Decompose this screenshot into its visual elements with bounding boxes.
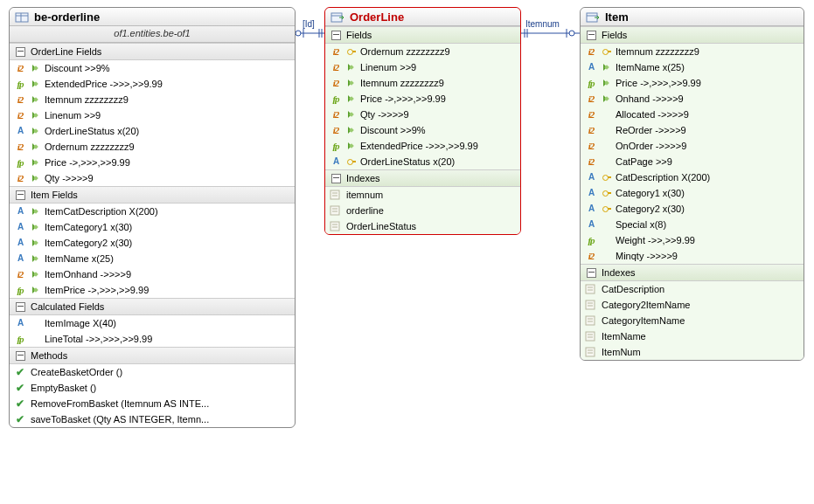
field-row[interactable]: i2Onhand ->>>>9	[581, 91, 804, 107]
method-row[interactable]: ✔saveToBasket (Qty AS INTEGER, Itemn...	[10, 411, 295, 427]
field-row[interactable]: ACategory2 x(30)	[581, 201, 804, 217]
field-row[interactable]: i2Discount >>9%	[10, 60, 295, 76]
item-format: ->>>>9	[656, 141, 686, 151]
index-row[interactable]: itemnum	[325, 187, 520, 203]
index-row[interactable]: CategoryItemName	[581, 313, 804, 328]
field-label: Ordernum zzzzzzzz9	[45, 140, 135, 154]
key-icon	[346, 155, 357, 168]
integer-type-icon: i2	[584, 124, 598, 136]
link-arrow-icon	[31, 62, 41, 74]
entity-titlebar[interactable]: be-orderline	[10, 8, 295, 26]
section-header[interactable]: OrderLine Fields	[10, 43, 295, 60]
field-row[interactable]: fpPrice ->,>>>,>>9.99	[581, 75, 804, 91]
field-row[interactable]: fpItemPrice ->,>>>,>>9.99	[10, 282, 295, 298]
field-label: Minqty ->>>>9	[616, 249, 678, 263]
index-icon	[584, 299, 598, 311]
item-name: ExtendedPrice	[45, 79, 108, 89]
collapse-toggle-icon[interactable]	[329, 29, 343, 41]
section-header-label: Item Fields	[31, 190, 78, 200]
field-label: OnOrder ->>>>9	[616, 139, 686, 153]
spacer-icon	[602, 124, 612, 136]
section-header[interactable]: Indexes	[581, 264, 804, 281]
field-row[interactable]: i2Ordernum zzzzzzzz9	[10, 139, 295, 155]
item-name: Discount	[360, 125, 398, 135]
field-row[interactable]: AItemCatDescription X(200)	[10, 204, 295, 219]
string-type-icon: A	[13, 317, 27, 329]
collapse-toggle-icon[interactable]	[13, 189, 27, 201]
link-arrow-icon	[31, 109, 41, 121]
field-row[interactable]: AItemCategory1 x(30)	[10, 219, 295, 235]
field-row[interactable]: i2Allocated ->>>>9	[581, 107, 804, 122]
method-check-icon: ✔	[13, 413, 27, 425]
field-row[interactable]: AOrderLineStatus x(20)	[10, 123, 295, 139]
field-row[interactable]: i2Itemnum zzzzzzzz9	[10, 92, 295, 107]
section-header[interactable]: Item Fields	[10, 186, 295, 204]
entity-orderline[interactable]: OrderLine Fieldsi2Ordernum zzzzzzzz9i2Li…	[324, 7, 521, 235]
field-row[interactable]: i2Discount >>9%	[325, 122, 520, 138]
index-row[interactable]: orderline	[325, 203, 520, 218]
field-row[interactable]: i2Linenum >>9	[10, 107, 295, 123]
field-row[interactable]: fpExtendedPrice ->>>,>>9.99	[10, 76, 295, 92]
section-header[interactable]: Fields	[581, 26, 804, 44]
section-header[interactable]: Fields	[325, 26, 520, 44]
index-row[interactable]: ItemNum	[581, 344, 804, 360]
field-row[interactable]: i2OnOrder ->>>>9	[581, 138, 804, 154]
collapse-toggle-icon[interactable]	[329, 172, 343, 184]
spacer-icon	[602, 155, 612, 168]
item-format: ()	[90, 383, 96, 393]
index-row[interactable]: CatDescription	[581, 281, 804, 297]
field-row[interactable]: i2Qty ->>>>9	[325, 107, 520, 122]
field-row[interactable]: fpWeight ->>,>>9.99	[581, 232, 804, 248]
field-row[interactable]: AItemName x(25)	[10, 251, 295, 266]
field-row[interactable]: ACategory1 x(30)	[581, 185, 804, 201]
method-row[interactable]: ✔EmptyBasket ()	[10, 380, 295, 396]
field-row[interactable]: i2Qty ->>>>9	[10, 170, 295, 186]
integer-type-icon: i2	[13, 62, 27, 74]
field-label: ItemImage X(40)	[45, 316, 116, 330]
field-row[interactable]: AItemImage X(40)	[10, 315, 295, 331]
string-type-icon: A	[584, 218, 598, 231]
collapse-toggle-icon[interactable]	[584, 29, 598, 41]
field-row[interactable]: AItemName x(25)	[581, 59, 804, 75]
index-row[interactable]: Category2ItemName	[581, 297, 804, 313]
collapse-toggle-icon[interactable]	[13, 349, 27, 362]
entity-be-orderline[interactable]: be-orderline of1.entities.be-of1 OrderLi…	[9, 7, 296, 428]
section-header[interactable]: Indexes	[325, 169, 520, 187]
field-row[interactable]: i2Ordernum zzzzzzzz9	[325, 44, 520, 59]
collapse-toggle-icon[interactable]	[13, 45, 27, 58]
field-row[interactable]: fpPrice ->,>>>,>>9.99	[325, 91, 520, 107]
link-arrow-icon	[31, 93, 41, 106]
collapse-toggle-icon[interactable]	[13, 300, 27, 313]
field-row[interactable]: i2ReOrder ->>>>9	[581, 122, 804, 138]
section-header[interactable]: Calculated Fields	[10, 298, 295, 315]
field-row[interactable]: ASpecial x(8)	[581, 217, 804, 232]
item-name: ItemName	[45, 253, 89, 264]
item-name: ReOrder	[616, 125, 652, 135]
entity-titlebar[interactable]: Item	[581, 8, 804, 26]
field-row[interactable]: i2Itemnum zzzzzzzz9	[325, 75, 520, 91]
field-row[interactable]: i2Linenum >>9	[325, 59, 520, 75]
method-row[interactable]: ✔CreateBasketOrder ()	[10, 364, 295, 380]
spacer-icon	[602, 234, 612, 246]
field-row[interactable]: i2CatPage >>9	[581, 154, 804, 169]
collapse-toggle-icon[interactable]	[584, 266, 598, 279]
field-row[interactable]: fpExtendedPrice ->>>,>>9.99	[325, 138, 520, 154]
method-row[interactable]: ✔RemoveFromBasket (Itemnum AS INTE...	[10, 396, 295, 411]
field-row[interactable]: ACatDescription X(200)	[581, 169, 804, 185]
field-row[interactable]: fpPrice ->,>>>,>>9.99	[10, 155, 295, 170]
entity-item[interactable]: Item Fieldsi2Itemnum zzzzzzzz9AItemName …	[580, 7, 804, 361]
field-row[interactable]: i2ItemOnhand ->>>>9	[10, 266, 295, 282]
section-header[interactable]: Methods	[10, 347, 295, 364]
field-row[interactable]: fpLineTotal ->>,>>>,>>9.99	[10, 331, 295, 347]
item-format: X(200)	[681, 172, 710, 183]
field-row[interactable]: i2Minqty ->>>>9	[581, 248, 804, 264]
item-format: zzzzzzzz9	[407, 46, 450, 57]
field-row[interactable]: i2Itemnum zzzzzzzz9	[581, 44, 804, 59]
index-row[interactable]: ItemName	[581, 328, 804, 344]
decimal-type-icon: fp	[13, 78, 27, 90]
entity-titlebar[interactable]: OrderLine	[325, 8, 520, 26]
index-row[interactable]: OrderLineStatus	[325, 218, 520, 234]
field-row[interactable]: AItemCategory2 x(30)	[10, 235, 295, 251]
key-icon	[602, 45, 612, 58]
field-row[interactable]: AOrderLineStatus x(20)	[325, 154, 520, 169]
